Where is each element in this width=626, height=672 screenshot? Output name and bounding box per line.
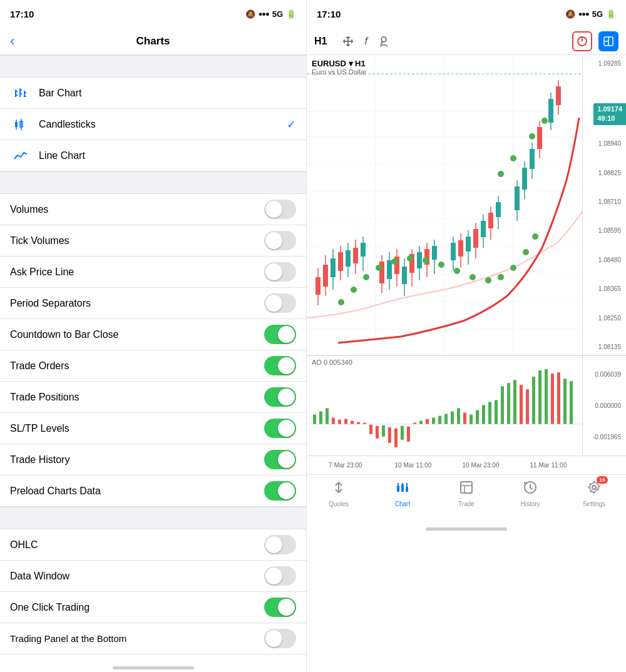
svg-rect-151 [538, 370, 541, 424]
line-chart-label: Line Chart [39, 150, 296, 161]
time-axis: 7 Mar 23:00 10 Mar 11:00 10 Mar 23:00 11… [307, 456, 626, 474]
tab-history-label: History [520, 501, 540, 507]
right-time: 17:10 [317, 9, 341, 19]
toggle-volumes[interactable]: Volumes [0, 194, 306, 225]
timeframe-label[interactable]: H1 [314, 36, 327, 47]
toggle-trade-orders-switch[interactable] [264, 356, 296, 375]
toggle-period-sep-switch[interactable] [264, 293, 296, 313]
toggle-ohlc-switch[interactable] [264, 535, 296, 554]
toggle-sltp-switch[interactable] [264, 419, 296, 438]
toggle-ohlc-label: OHLC [10, 539, 264, 551]
toggle-ask-price[interactable]: Ask Price Line [0, 257, 306, 288]
indicator-icon[interactable] [377, 35, 390, 48]
toggle-trade-history-switch[interactable] [264, 450, 296, 469]
toggle-period-sep[interactable]: Period Separators [0, 288, 306, 319]
settings-list: Bar Chart Candlesticks ✓ Line Chart [0, 55, 306, 672]
svg-rect-56 [387, 260, 392, 279]
toggle-sltp[interactable]: SL/TP Levels [0, 413, 306, 444]
tab-quotes[interactable]: Quotes [307, 480, 371, 507]
toggle-trade-history[interactable]: Trade History [0, 444, 306, 476]
toggle-trading-panel-switch[interactable] [264, 629, 296, 648]
svg-point-168 [592, 486, 596, 489]
ao-panel: AO 0.005340 0.006039 0.000000 -0.001965 [307, 355, 626, 456]
svg-rect-141 [476, 410, 479, 424]
svg-rect-140 [470, 415, 473, 424]
svg-rect-92 [548, 99, 553, 123]
tab-settings-label: Settings [583, 501, 605, 507]
ao-price-3: -0.001965 [585, 434, 623, 440]
toggle-trading-panel[interactable]: Trading Panel at the Bottom [0, 623, 306, 654]
toggle-trade-positions[interactable]: Trade Positions [0, 382, 306, 413]
ao-price-2: 0.000000 [585, 402, 623, 409]
chart-type-candlesticks[interactable]: Candlesticks ✓ [0, 109, 306, 140]
candles-area [307, 55, 582, 355]
toggle-one-click[interactable]: One Click Trading [0, 592, 306, 623]
svg-rect-138 [457, 408, 460, 424]
toggle-data-window-switch[interactable] [264, 566, 296, 586]
tab-settings[interactable]: 16 Settings [562, 480, 626, 507]
main-chart-area[interactable]: EURUSD ▾ H1 Euro vs US Dollar 1.09285 1.… [307, 55, 626, 355]
function-icon[interactable]: f [364, 35, 367, 48]
svg-rect-145 [501, 386, 504, 424]
svg-point-111 [510, 155, 516, 161]
power-button[interactable] [572, 31, 592, 51]
toggle-preload-switch[interactable] [264, 481, 296, 501]
toggle-trading-panel-label: Trading Panel at the Bottom [10, 633, 264, 644]
chart-type-section-header [0, 55, 306, 78]
crosshair-icon[interactable] [342, 35, 354, 48]
svg-rect-88 [530, 149, 535, 169]
toggle-countdown[interactable]: Countdown to Bar Close [0, 319, 306, 350]
chart-type-bar[interactable]: Bar Chart [0, 78, 306, 109]
right-signal-icon: ●●● [578, 10, 589, 18]
toggle-data-window-label: Data Window [10, 571, 264, 582]
price-7: 1.08595 [585, 227, 623, 234]
svg-point-105 [485, 277, 491, 283]
toggle-trade-orders[interactable]: Trade Orders [0, 350, 306, 382]
svg-point-104 [470, 274, 476, 280]
toggle-section-2-header [0, 507, 306, 529]
svg-rect-126 [382, 425, 385, 437]
svg-rect-159 [397, 486, 399, 492]
tab-history[interactable]: History [498, 480, 562, 507]
toggle-volumes-switch[interactable] [264, 200, 296, 219]
toggle-countdown-switch[interactable] [264, 325, 296, 344]
chart-icon [395, 480, 410, 499]
toggle-data-window[interactable]: Data Window [0, 561, 306, 592]
toggle-ask-price-switch[interactable] [264, 262, 296, 282]
svg-point-106 [498, 274, 504, 280]
svg-point-101 [423, 257, 429, 263]
toggle-preload[interactable]: Preload Charts Data [0, 476, 306, 507]
tab-quotes-label: Quotes [329, 501, 349, 507]
line-chart-icon [10, 146, 30, 166]
svg-point-96 [351, 287, 357, 293]
toggle-trade-orders-label: Trade Orders [10, 360, 264, 372]
svg-point-100 [407, 255, 413, 262]
bar-chart-label: Bar Chart [39, 88, 296, 99]
history-icon [523, 480, 538, 499]
back-button[interactable]: ‹ [10, 33, 14, 49]
toggle-one-click-switch[interactable] [264, 598, 296, 617]
tab-chart[interactable]: Chart [371, 480, 434, 507]
toggle-trade-positions-switch[interactable] [264, 387, 296, 407]
svg-point-108 [523, 249, 529, 255]
toggle-ohlc[interactable]: OHLC [0, 529, 306, 561]
settings-badge: 16 [597, 476, 608, 484]
svg-rect-117 [326, 408, 329, 424]
layout-button[interactable] [598, 31, 618, 51]
candlestick-icon [10, 115, 30, 135]
toggle-countdown-label: Countdown to Bar Close [10, 329, 264, 340]
toggle-preload-label: Preload Charts Data [10, 486, 264, 497]
svg-rect-60 [402, 267, 407, 284]
home-indicator [307, 526, 626, 531]
toggle-trade-positions-label: Trade Positions [10, 392, 264, 403]
ao-price-axis: 0.006039 0.000000 -0.001965 [582, 356, 626, 456]
svg-rect-133 [426, 419, 429, 424]
candlesticks-label: Candlesticks [39, 119, 287, 130]
toggle-tick-volumes[interactable]: Tick Volumes [0, 225, 306, 257]
left-network: 5G [272, 9, 283, 19]
chart-type-line[interactable]: Line Chart [0, 140, 306, 171]
tab-trade[interactable]: Trade [434, 480, 498, 507]
toggle-tick-volumes-switch[interactable] [264, 231, 296, 250]
svg-rect-164 [461, 482, 472, 493]
ao-svg [307, 367, 582, 456]
